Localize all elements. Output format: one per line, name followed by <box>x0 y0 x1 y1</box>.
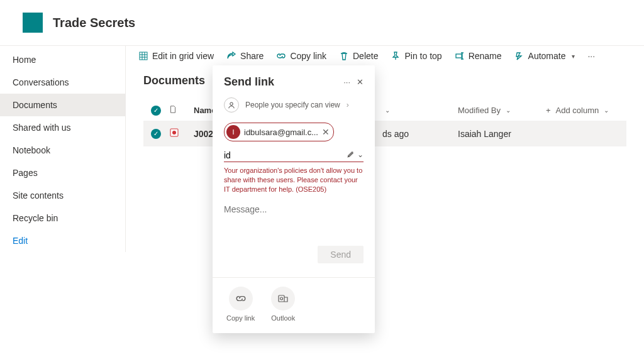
nav-pages[interactable]: Pages <box>0 162 125 184</box>
cmd-pin[interactable]: Pin to top <box>391 51 441 61</box>
ellipsis-icon: ··· <box>587 51 595 61</box>
link-settings-button[interactable]: People you specify can view › <box>224 97 364 113</box>
chevron-right-icon: › <box>347 101 349 109</box>
cmd-share[interactable]: Share <box>226 51 264 61</box>
link-icon <box>229 287 253 310</box>
dialog-more-button[interactable]: ··· <box>343 77 350 87</box>
pin-icon <box>391 51 401 61</box>
cmd-delete[interactable]: Delete <box>339 51 378 61</box>
svg-rect-1 <box>456 54 462 58</box>
dialog-close-button[interactable]: ✕ <box>357 77 364 87</box>
rename-icon <box>455 51 465 61</box>
nav-site-contents[interactable]: Site contents <box>0 184 125 207</box>
flow-icon <box>514 51 525 61</box>
svg-point-6 <box>280 297 283 300</box>
column-add[interactable]: +Add column⌄ <box>546 106 609 115</box>
chevron-down-icon[interactable]: ⌄ <box>357 150 364 161</box>
nav-shared-with-us[interactable]: Shared with us <box>0 116 125 139</box>
column-modified-by[interactable]: Modified By⌄ <box>458 106 546 115</box>
recipient-input[interactable] <box>224 149 331 162</box>
svg-rect-5 <box>279 295 284 302</box>
command-bar: Edit in grid view Share Copy link Delete <box>126 46 644 67</box>
cmd-rename[interactable]: Rename <box>455 51 502 61</box>
site-title: Trade Secrets <box>53 16 135 30</box>
nav-conversations[interactable]: Conversations <box>0 71 125 94</box>
link-icon <box>276 51 286 61</box>
nav-recycle-bin[interactable]: Recycle bin <box>0 207 125 229</box>
pencil-off-icon[interactable] <box>346 150 355 161</box>
message-input[interactable] <box>224 204 364 214</box>
select-all-check[interactable]: ✓ <box>151 106 161 116</box>
cmd-automate[interactable]: Automate ▾ <box>514 51 575 61</box>
side-nav: Home Conversations Documents Shared with… <box>0 46 126 252</box>
nav-notebook[interactable]: Notebook <box>0 139 125 162</box>
cmd-edit-grid[interactable]: Edit in grid view <box>138 51 214 61</box>
row-check[interactable]: ✓ <box>151 129 161 139</box>
share-icon <box>226 51 236 61</box>
recipient-chip: I idbulsara@gmail.c... ✕ <box>224 123 334 141</box>
column-modified[interactable]: Modified⌄ <box>382 107 458 114</box>
chevron-down-icon: ▾ <box>572 53 575 60</box>
share-error-message: Your organization's policies don't allow… <box>224 166 364 194</box>
nav-home[interactable]: Home <box>0 48 125 71</box>
file-modified-by: Isaiah Langer <box>458 129 546 139</box>
chevron-down-icon: ⌄ <box>604 107 609 114</box>
file-icon <box>169 127 194 140</box>
dialog-title: Send link <box>224 75 274 89</box>
file-modified: ds ago <box>382 129 458 139</box>
svg-rect-0 <box>140 52 147 60</box>
cmd-copy-link[interactable]: Copy link <box>276 51 326 61</box>
plus-icon: + <box>546 106 551 115</box>
people-icon <box>224 97 239 113</box>
nav-edit[interactable]: Edit <box>0 229 125 252</box>
chip-email: idbulsara@gmail.c... <box>244 128 318 137</box>
svg-point-4 <box>230 102 233 105</box>
chevron-down-icon: ⌄ <box>385 107 390 114</box>
send-link-dialog: Send link ··· ✕ People you specify can v… <box>213 65 375 333</box>
copy-link-action[interactable]: Copy link <box>226 287 255 322</box>
nav-documents[interactable]: Documents <box>0 94 125 116</box>
grid-icon <box>138 51 148 61</box>
outlook-icon <box>271 287 295 310</box>
trash-icon <box>339 51 349 61</box>
send-button[interactable]: Send <box>318 246 364 263</box>
outlook-action[interactable]: Outlook <box>271 287 295 322</box>
avatar: I <box>226 125 240 139</box>
chip-remove-button[interactable]: ✕ <box>322 127 330 137</box>
site-logo <box>23 13 43 33</box>
chevron-down-icon: ⌄ <box>506 107 511 114</box>
cmd-overflow[interactable]: ··· <box>587 51 595 61</box>
filetype-column[interactable] <box>169 105 194 116</box>
svg-point-3 <box>172 131 176 135</box>
